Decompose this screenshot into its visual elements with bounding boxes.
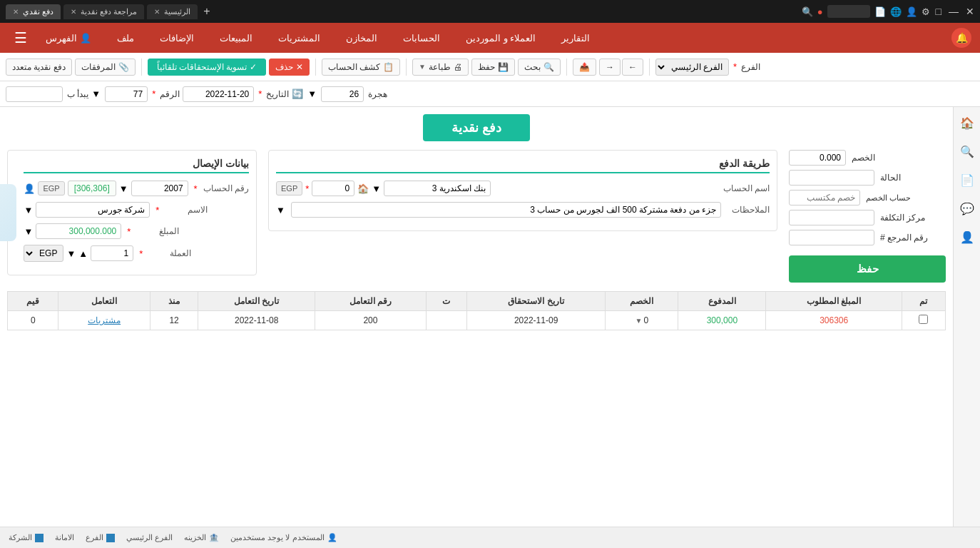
account-statement-button[interactable]: 📋 كشف الحساب: [322, 59, 400, 76]
nav-next-button[interactable]: ←: [622, 59, 643, 76]
currency-label: العملة: [148, 248, 191, 258]
currency-select[interactable]: EGP: [24, 245, 63, 262]
user-icon[interactable]: 👤: [906, 6, 917, 17]
ref-num-row: رقم المرجع #: [789, 230, 946, 245]
discount-input[interactable]: [789, 150, 846, 166]
date-input[interactable]: [183, 86, 254, 102]
multi-payment-button[interactable]: دفع نقدية متعدد: [6, 59, 72, 76]
cell-transaction-link[interactable]: مشتريات: [58, 311, 150, 330]
branch-status-label: الفرع: [86, 533, 103, 542]
attachments-button[interactable]: 📎 المرفقات: [75, 59, 136, 76]
reconcile-button[interactable]: ✓ تسوية الإستحقاقات تلقائياً: [148, 59, 266, 76]
nav-reports[interactable]: التقارير: [554, 30, 597, 46]
cell-transaction-num: 200: [315, 311, 427, 330]
nav-additions[interactable]: الإضافات: [153, 30, 201, 46]
nav-purchases[interactable]: المشتريات: [271, 30, 327, 46]
add-tab-button[interactable]: +: [200, 5, 213, 18]
search-button[interactable]: 🔍 بحث: [518, 59, 561, 76]
maximize-icon[interactable]: □: [936, 6, 941, 17]
discount-cell-arrow[interactable]: ▼: [636, 317, 643, 325]
translate-icon[interactable]: 🌐: [890, 6, 902, 17]
tab-main-close[interactable]: ✕: [154, 8, 160, 16]
main-branch-label: الفرع الرئيسي: [126, 533, 173, 542]
cost-center-input[interactable]: [789, 210, 874, 225]
delete-button[interactable]: ✕ حذف: [269, 59, 310, 76]
req-star: *: [305, 183, 309, 194]
cell-required-amount: 306306: [766, 311, 902, 330]
account-name-input[interactable]: [384, 181, 491, 196]
settings-icon[interactable]: ⚙: [922, 6, 930, 17]
status-input[interactable]: [789, 170, 874, 186]
search-icon: 🔍: [543, 62, 554, 72]
document-sidebar-icon[interactable]: 📄: [957, 170, 977, 190]
cell-paid: 300,000: [678, 311, 766, 330]
save-main-button[interactable]: حفظ: [789, 255, 946, 283]
rate-down-icon[interactable]: ▼: [66, 248, 76, 259]
search-sidebar-icon[interactable]: 🔍: [957, 141, 977, 161]
export-button[interactable]: 📤: [573, 59, 596, 76]
nav-arrows[interactable]: ← →: [599, 59, 643, 76]
tab-payment-close[interactable]: ✕: [13, 8, 19, 16]
window-controls[interactable]: ✕ — □: [936, 6, 974, 17]
user-sidebar-icon[interactable]: 👤: [957, 227, 977, 247]
name-down-icon[interactable]: ▼: [24, 205, 33, 215]
col-due-date: تاريخ الاستحقاق: [466, 292, 605, 311]
amount-input[interactable]: [36, 223, 121, 239]
dropdown-arrow-icon[interactable]: ▼: [372, 183, 381, 194]
tab-main[interactable]: الرئيسية ✕: [147, 4, 198, 19]
company-checkbox[interactable]: [35, 534, 44, 542]
account-currency: EGP: [38, 181, 64, 196]
tab-review-close[interactable]: ✕: [71, 8, 76, 16]
branch-checkbox[interactable]: [106, 534, 115, 542]
journal-input[interactable]: [321, 86, 364, 102]
currency-rate-input[interactable]: [91, 245, 133, 261]
nav-file[interactable]: ملف: [110, 30, 141, 46]
nav-warehouses[interactable]: الحسابات: [396, 30, 447, 46]
done-checkbox[interactable]: [919, 315, 928, 324]
close-icon[interactable]: ✕: [966, 6, 974, 17]
chat-sidebar-icon[interactable]: 💬: [957, 198, 977, 218]
document-icon[interactable]: 📄: [874, 6, 886, 17]
startswith-input[interactable]: [6, 86, 63, 102]
notes-down-icon[interactable]: ▼: [276, 205, 285, 215]
nav-sales[interactable]: المبيعات: [213, 30, 260, 46]
name-input[interactable]: [36, 202, 150, 218]
nav-menu[interactable]: 👤 الفهرس: [39, 30, 98, 46]
main-branch-status: الفرع الرئيسي: [126, 533, 173, 542]
rate-up-icon[interactable]: ▲: [78, 248, 88, 259]
nav-accounts[interactable]: المخازن: [339, 30, 384, 46]
notes-input[interactable]: [291, 202, 721, 218]
number-down-icon[interactable]: ▼: [91, 88, 101, 99]
amount-down-icon[interactable]: ▼: [24, 226, 33, 237]
discount-account-row: حساب الخصم: [789, 190, 946, 206]
nav-prev-button[interactable]: →: [599, 59, 621, 76]
ref-num-input[interactable]: [789, 230, 874, 245]
menu-icon: 👤: [80, 33, 91, 44]
amount-label: المبلغ: [136, 226, 179, 236]
page-title-bar: دفع نقدية: [7, 114, 946, 141]
tab-review[interactable]: مراجعة دفع نقدية ✕: [63, 4, 144, 19]
tab-payment[interactable]: دفع نقدي ✕: [6, 4, 61, 19]
hamburger-icon[interactable]: ☰: [14, 29, 27, 46]
account-down-icon[interactable]: ▼: [119, 183, 128, 194]
cell-done[interactable]: [902, 311, 945, 330]
nav-customers[interactable]: العملاء و الموردين: [459, 30, 543, 46]
print-button[interactable]: 🖨 طباعة ▼: [412, 59, 469, 76]
journal-down-icon[interactable]: ▼: [307, 88, 317, 99]
cell-discount[interactable]: 0 ▼: [606, 311, 678, 330]
notification-bell[interactable]: 🔔: [951, 28, 971, 48]
company-status: الشركة: [9, 533, 44, 542]
home-sidebar-icon[interactable]: 🏠: [957, 113, 977, 133]
branch-select[interactable]: الفرع الرئيسي: [655, 59, 729, 76]
number-input[interactable]: [105, 86, 148, 102]
treasury-icon: 🏦: [209, 533, 219, 542]
payment-currency: EGP: [276, 181, 302, 196]
payment-amount-input[interactable]: [312, 181, 354, 196]
save-button[interactable]: 💾 حفظ: [471, 59, 515, 76]
trust-label: الامانة: [55, 533, 74, 542]
minimize-icon[interactable]: —: [949, 6, 959, 17]
refresh-icon[interactable]: 🔄: [292, 88, 303, 99]
discount-account-input[interactable]: [789, 190, 860, 206]
search-icon[interactable]: 🔍: [802, 6, 813, 17]
account-num-input[interactable]: [131, 181, 188, 196]
